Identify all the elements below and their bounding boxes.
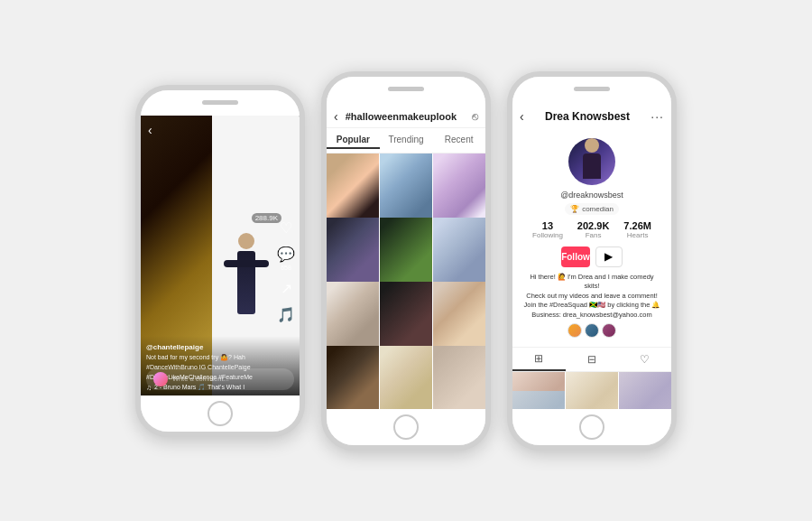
- comment-bar[interactable]: Write a comment...: [146, 368, 294, 390]
- video-call-icon: ▶: [604, 250, 613, 263]
- profile-actions: Follow ▶: [550, 247, 633, 267]
- phone-bottom-bar-3: [512, 409, 671, 445]
- search-header: ‹ #halloweenmakeuplook ⎋: [327, 102, 485, 128]
- figure-body: [237, 251, 255, 314]
- comment-action[interactable]: 💬 658: [277, 246, 295, 271]
- phone-home-button-2[interactable]: [393, 414, 419, 440]
- grid-cell-3[interactable]: [433, 154, 485, 223]
- music-action[interactable]: 🎵: [277, 306, 295, 323]
- heart-action[interactable]: ♡: [280, 219, 292, 237]
- phone-screen-2: ‹ #halloweenmakeuplook ⎋ Popular Trendin…: [327, 102, 485, 409]
- search-share-icon[interactable]: ⎋: [472, 110, 478, 123]
- grid-cell-8[interactable]: [380, 282, 432, 351]
- heart-icon: ♡: [280, 219, 292, 237]
- grid-cell-9[interactable]: [433, 282, 485, 351]
- phone-top-bar-2: [327, 77, 485, 102]
- link-avatar-1[interactable]: [567, 323, 582, 338]
- comment-icon: 💬: [277, 246, 295, 263]
- video-call-button[interactable]: ▶: [595, 247, 623, 267]
- profile-video-4[interactable]: [512, 391, 565, 409]
- video-actions-sidebar: ♡ 💬 658 ↗ 🎵: [277, 219, 295, 323]
- grid-cell-6[interactable]: [433, 218, 485, 287]
- phone-bottom-bar-2: [327, 409, 485, 445]
- profile-avatar: [568, 138, 615, 185]
- following-label: Following: [532, 231, 563, 239]
- link-avatar-3[interactable]: [602, 323, 616, 338]
- music-disk-icon: 🎵: [277, 306, 295, 323]
- avatar-head: [585, 138, 599, 153]
- phone-home-button-3[interactable]: [579, 414, 604, 440]
- grid-cell-11[interactable]: [380, 346, 432, 409]
- grid-view-icon: ⊞: [534, 352, 543, 365]
- profile-nav-list[interactable]: ⊟: [566, 348, 619, 371]
- avatar-body: [583, 154, 601, 179]
- grid-cell-12[interactable]: [433, 346, 485, 409]
- hashtag-title: #halloweenmakeuplook: [346, 111, 465, 122]
- phone-3: ‹ Drea Knowsbest ··· @dreaknowsbest 🏆 co…: [507, 71, 677, 451]
- profile-header-bar: ‹ Drea Knowsbest ···: [512, 102, 671, 131]
- stat-following: 13 Following: [532, 220, 563, 239]
- video-caption-1: Not bad for my second try 🤷? Hah: [146, 353, 294, 361]
- video-feed: ‹ 288.9K ♡ 💬 658 ↗ 🎵: [141, 116, 300, 395]
- link-avatar-2[interactable]: [585, 323, 599, 338]
- badge-text: comedian: [582, 205, 614, 213]
- stat-hearts: 7.26M Hearts: [623, 220, 651, 239]
- video-figure: [221, 233, 271, 341]
- hearts-label: Hearts: [627, 231, 649, 239]
- profile-screen: ‹ Drea Knowsbest ··· @dreaknowsbest 🏆 co…: [512, 102, 671, 409]
- fans-count: 202.9K: [577, 220, 609, 231]
- search-back-btn[interactable]: ‹: [334, 109, 338, 124]
- profile-video-3[interactable]: [619, 372, 671, 409]
- phone-speaker-1: [202, 100, 238, 105]
- list-view-icon: ⊟: [587, 353, 596, 366]
- grid-cell-7[interactable]: [327, 282, 379, 351]
- profile-nav: ⊞ ⊟ ♡: [512, 347, 671, 372]
- phone-screen-3: ‹ Drea Knowsbest ··· @dreaknowsbest 🏆 co…: [512, 102, 671, 409]
- phone-1: ‹ 288.9K ♡ 💬 658 ↗ 🎵: [135, 85, 305, 437]
- phones-container: ‹ 288.9K ♡ 💬 658 ↗ 🎵: [117, 53, 695, 469]
- share-icon: ↗: [281, 280, 292, 297]
- follow-button[interactable]: Follow: [561, 247, 590, 267]
- profile-nav-grid[interactable]: ⊞: [512, 348, 566, 371]
- following-count: 13: [542, 220, 553, 231]
- tab-popular[interactable]: Popular: [327, 132, 380, 149]
- liked-icon: ♡: [640, 353, 650, 366]
- profile-back-btn[interactable]: ‹: [520, 109, 524, 124]
- phone-screen-1: ‹ 288.9K ♡ 💬 658 ↗ 🎵: [141, 116, 300, 395]
- profile-bio: Hi there! 🙋 I'm Drea and I make comedy s…: [512, 273, 671, 321]
- profile-videos-grid: [512, 372, 671, 409]
- phone-2: ‹ #halloweenmakeuplook ⎋ Popular Trendin…: [321, 71, 491, 451]
- tab-recent[interactable]: Recent: [432, 132, 485, 149]
- video-grid: [327, 154, 485, 409]
- figure-arms: [224, 260, 269, 267]
- phone-speaker-3: [574, 87, 610, 91]
- phone-home-button-1[interactable]: [208, 401, 233, 426]
- phone-top-bar-3: [512, 77, 671, 102]
- grid-cell-4[interactable]: [327, 218, 379, 287]
- phone-top-bar-1: [141, 90, 300, 116]
- profile-badge: 🏆 comedian: [565, 203, 619, 215]
- grid-cell-5[interactable]: [380, 218, 432, 287]
- profile-stats: 13 Following 202.9K Fans 7.26M Hearts: [532, 220, 651, 239]
- phone-speaker-2: [388, 87, 424, 91]
- profile-links: [567, 323, 616, 338]
- grid-cell-10[interactable]: [327, 346, 379, 409]
- figure-head: [238, 233, 254, 249]
- comment-input-placeholder: Write a comment...: [172, 375, 229, 383]
- stat-fans: 202.9K Fans: [577, 220, 609, 239]
- phone1-back-btn[interactable]: ‹: [148, 123, 152, 137]
- profile-video-2[interactable]: [566, 372, 618, 409]
- profile-name: Drea Knowsbest: [545, 110, 630, 123]
- phone-bottom-bar-1: [141, 395, 300, 432]
- badge-emoji-icon: 🏆: [570, 205, 579, 213]
- share-action[interactable]: ↗: [281, 280, 292, 297]
- grid-cell-1[interactable]: [327, 154, 379, 223]
- comment-count: 658: [281, 265, 291, 271]
- grid-cell-2[interactable]: [380, 154, 432, 223]
- tab-trending[interactable]: Trending: [380, 132, 433, 149]
- profile-nav-liked[interactable]: ♡: [618, 348, 671, 371]
- more-options-btn[interactable]: ···: [651, 109, 664, 124]
- search-tabs: Popular Trending Recent: [327, 128, 485, 154]
- profile-handle: @dreaknowsbest: [560, 191, 623, 200]
- video-username: @chantellepaige: [146, 343, 294, 351]
